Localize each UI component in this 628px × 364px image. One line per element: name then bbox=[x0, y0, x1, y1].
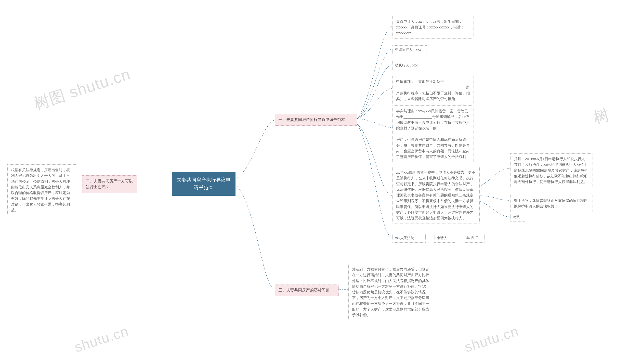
s1-item5-text: 事实与理由：xx与xxx民间借贷一案，贵院已作出______________号民… bbox=[396, 109, 474, 159]
s1-item4[interactable]: 申请事项： 立即停止对位于___________________________… bbox=[392, 76, 473, 104]
section3-body[interactable]: 涉及到一方婚前付首付，婚后共同还贷，但登记在一方进行离婚时，夫妻的共同财产由双方… bbox=[348, 264, 433, 320]
watermark-bl: shutu.cn bbox=[73, 323, 131, 355]
s1-item7-text: xxx人民法院 bbox=[395, 236, 414, 240]
s1-item1[interactable]: 异议申请人：xx，女，汉族，出生日期：xxxxxx，身份证号：xxxxxxxxx… bbox=[392, 16, 473, 39]
s1-item6-child2[interactable]: 综上所述，恳请贵院终止对该房屋的执行程序以保护申请人的合法权益！ bbox=[510, 195, 592, 212]
section2-title: 二、夫妻共同房产一方可以进行出售吗？ bbox=[86, 179, 133, 189]
s1-item7-2-text: 年 月 日 bbox=[466, 236, 479, 240]
s1-item3[interactable]: 被执行人：xxx bbox=[392, 61, 423, 70]
section2-body[interactable]: 根据有关法律规定，房屋出售时，权利人登记仅为出卖人一人的，基于不动产的公示、公信… bbox=[7, 164, 76, 215]
s1-item4-text: 申请事项： 立即停止对位于___________________________… bbox=[396, 79, 470, 101]
s1-item6-text: xx与xxx民间借贷一案中，申请人不是被告、更不是被执行人，也从未收到过任何法律… bbox=[396, 170, 475, 220]
s1-item6-child1-text: 并且，2016年6月1日申请执行人和被执行人签订了和解协议，xx已经得到被执行人… bbox=[514, 157, 588, 184]
mindmap-stage: 树图 shutu.cn 树 shutu.cn shutu.cn bbox=[0, 0, 628, 364]
s1-item6-child2-text: 综上所述，恳请贵院终止对该房屋的执行程序以保护申请人的合法权益！ bbox=[514, 198, 588, 208]
s1-item2[interactable]: 申请执行人：xxx bbox=[392, 45, 427, 54]
s1-item7-1[interactable]: 申请人： bbox=[434, 234, 455, 243]
s1-item1-text: 异议申请人：xx，女，汉族，出生日期：xxxxxx，身份证号：xxxxxxxxx… bbox=[396, 19, 464, 35]
section3-title: 三、夫妻共同房产的还贷问题 bbox=[278, 288, 329, 292]
root-node[interactable]: 夫妻共同房产执行异议申请书范本 bbox=[172, 172, 236, 196]
s1-item7-2[interactable]: 年 月 日 bbox=[464, 234, 484, 243]
s1-item6-child1[interactable]: 并且，2016年6月1日申请执行人和被执行人签订了和解协议，xx已经得到被执行人… bbox=[510, 153, 592, 187]
s1-item6[interactable]: xx与xxx民间借贷一案中，申请人不是被告、更不是被执行人，也从未收到过任何法律… bbox=[392, 167, 479, 223]
s1-item7[interactable]: xxx人民法院 bbox=[392, 234, 426, 243]
root-title: 夫妻共同房产执行异议申请书范本 bbox=[177, 177, 231, 190]
watermark-tr: 树 bbox=[591, 103, 613, 129]
watermark-tl: 树图 shutu.cn bbox=[31, 64, 134, 115]
watermark-br: shutu.cn bbox=[463, 323, 521, 355]
section1-title: 一、夫妻共同房产执行异议申请书范本 bbox=[278, 118, 345, 122]
s1-item6-child3[interactable]: 此致 bbox=[510, 213, 525, 221]
section3-body-text: 涉及到一方婚前付首付，婚后共同还贷，但登记在一方进行离婚时，夫妻的共同财产由双方… bbox=[352, 267, 429, 317]
section2-body-text: 根据有关法律规定，房屋出售时，权利人登记仅为出卖人一人的，基于不动产的公示、公信… bbox=[11, 168, 70, 212]
section2-node[interactable]: 二、夫妻共同房产一方可以进行出售吗？ bbox=[82, 175, 137, 193]
s1-item5[interactable]: 事实与理由：xx与xxx民间借贷一案，贵院已作出______________号民… bbox=[392, 105, 473, 162]
s1-item3-text: 被执行人：xxx bbox=[395, 63, 417, 67]
s1-item6-child3-text: 此致 bbox=[513, 215, 520, 219]
section3-node[interactable]: 三、夫妻共同房产的还贷问题 bbox=[275, 285, 338, 296]
s1-item2-text: 申请执行人：xxx bbox=[395, 48, 421, 52]
section1-node[interactable]: 一、夫妻共同房产执行异议申请书范本 bbox=[275, 114, 357, 126]
s1-item7-1-text: 申请人： bbox=[437, 236, 451, 240]
